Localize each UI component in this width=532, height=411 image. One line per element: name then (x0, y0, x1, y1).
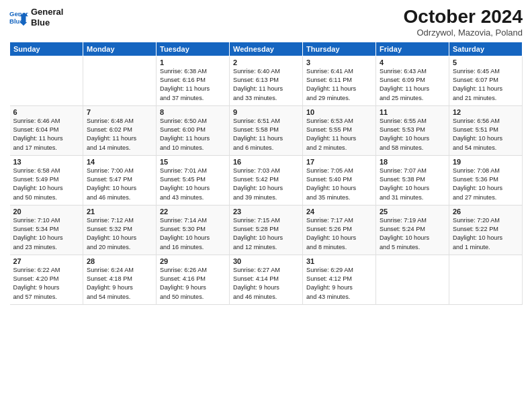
calendar-cell: 23Sunrise: 7:15 AM Sunset: 5:28 PM Dayli… (230, 205, 303, 255)
day-number: 10 (306, 108, 372, 116)
calendar-cell: 16Sunrise: 7:03 AM Sunset: 5:42 PM Dayli… (230, 155, 303, 205)
cell-info: Sunrise: 6:55 AM Sunset: 5:53 PM Dayligh… (380, 117, 445, 152)
day-number: 12 (453, 108, 519, 116)
week-row-5: 27Sunrise: 6:22 AM Sunset: 4:20 PM Dayli… (10, 255, 523, 304)
calendar-cell: 7Sunrise: 6:48 AM Sunset: 6:02 PM Daylig… (83, 105, 157, 155)
day-number: 7 (87, 108, 152, 116)
cell-info: Sunrise: 7:15 AM Sunset: 5:28 PM Dayligh… (233, 216, 299, 252)
calendar-cell: 28Sunrise: 6:24 AM Sunset: 4:18 PM Dayli… (83, 255, 157, 304)
cell-info: Sunrise: 6:48 AM Sunset: 6:02 PM Dayligh… (87, 117, 152, 152)
day-header-tuesday: Tuesday (157, 42, 230, 56)
calendar-cell: 5Sunrise: 6:45 AM Sunset: 6:07 PM Daylig… (449, 56, 523, 105)
calendar-cell: 20Sunrise: 7:10 AM Sunset: 5:34 PM Dayli… (10, 205, 83, 255)
calendar-cell: 25Sunrise: 7:19 AM Sunset: 5:24 PM Dayli… (376, 205, 449, 255)
day-number: 30 (233, 257, 299, 265)
day-number: 21 (87, 208, 152, 216)
cell-info: Sunrise: 6:29 AM Sunset: 4:12 PM Dayligh… (306, 266, 372, 302)
cell-info: Sunrise: 6:50 AM Sunset: 6:00 PM Dayligh… (160, 117, 226, 152)
calendar-cell: 2Sunrise: 6:40 AM Sunset: 6:13 PM Daylig… (230, 56, 303, 105)
calendar-cell: 11Sunrise: 6:55 AM Sunset: 5:53 PM Dayli… (376, 105, 449, 155)
cell-info: Sunrise: 7:08 AM Sunset: 5:36 PM Dayligh… (453, 167, 519, 202)
week-row-2: 6Sunrise: 6:46 AM Sunset: 6:04 PM Daylig… (10, 105, 523, 155)
cell-info: Sunrise: 6:51 AM Sunset: 5:58 PM Dayligh… (233, 117, 299, 152)
day-number: 29 (160, 257, 226, 265)
day-number: 20 (13, 208, 80, 216)
day-number: 28 (87, 257, 152, 265)
day-number: 15 (160, 158, 226, 166)
title-block: October 2024 Odrzywol, Mazovia, Poland (404, 7, 523, 38)
day-number: 1 (160, 58, 226, 66)
day-number: 18 (380, 158, 445, 166)
week-row-1: 1Sunrise: 6:38 AM Sunset: 6:16 PM Daylig… (10, 56, 523, 105)
cell-info: Sunrise: 6:46 AM Sunset: 6:04 PM Dayligh… (13, 117, 80, 152)
calendar-cell (376, 255, 449, 304)
calendar-cell (83, 56, 157, 105)
calendar-cell: 18Sunrise: 7:07 AM Sunset: 5:38 PM Dayli… (376, 155, 449, 205)
cell-info: Sunrise: 6:24 AM Sunset: 4:18 PM Dayligh… (87, 266, 152, 302)
day-number: 11 (380, 108, 445, 116)
calendar-cell: 12Sunrise: 6:56 AM Sunset: 5:51 PM Dayli… (449, 105, 523, 155)
cell-info: Sunrise: 7:14 AM Sunset: 5:30 PM Dayligh… (160, 216, 226, 252)
day-number: 3 (306, 58, 372, 66)
calendar-cell: 9Sunrise: 6:51 AM Sunset: 5:58 PM Daylig… (230, 105, 303, 155)
calendar-cell (449, 255, 523, 304)
day-number: 27 (13, 257, 80, 265)
calendar-cell: 13Sunrise: 6:58 AM Sunset: 5:49 PM Dayli… (10, 155, 83, 205)
day-number: 16 (233, 158, 299, 166)
week-row-3: 13Sunrise: 6:58 AM Sunset: 5:49 PM Dayli… (10, 155, 523, 205)
cell-info: Sunrise: 6:53 AM Sunset: 5:55 PM Dayligh… (306, 117, 372, 152)
cell-info: Sunrise: 7:01 AM Sunset: 5:45 PM Dayligh… (160, 167, 226, 202)
day-header-monday: Monday (83, 42, 157, 56)
calendar-cell: 15Sunrise: 7:01 AM Sunset: 5:45 PM Dayli… (157, 155, 230, 205)
day-header-saturday: Saturday (449, 42, 523, 56)
calendar-cell: 22Sunrise: 7:14 AM Sunset: 5:30 PM Dayli… (157, 205, 230, 255)
cell-info: Sunrise: 7:17 AM Sunset: 5:26 PM Dayligh… (306, 216, 372, 252)
calendar-cell: 24Sunrise: 7:17 AM Sunset: 5:26 PM Dayli… (303, 205, 376, 255)
day-number: 24 (306, 208, 372, 216)
calendar-cell: 29Sunrise: 6:26 AM Sunset: 4:16 PM Dayli… (157, 255, 230, 304)
calendar-cell: 14Sunrise: 7:00 AM Sunset: 5:47 PM Dayli… (83, 155, 157, 205)
day-number: 25 (380, 208, 445, 216)
day-number: 22 (160, 208, 226, 216)
day-number: 4 (380, 58, 445, 66)
cell-info: Sunrise: 6:56 AM Sunset: 5:51 PM Dayligh… (453, 117, 519, 152)
day-header-wednesday: Wednesday (230, 42, 303, 56)
cell-info: Sunrise: 6:40 AM Sunset: 6:13 PM Dayligh… (233, 67, 299, 103)
days-header-row: SundayMondayTuesdayWednesdayThursdayFrid… (10, 42, 523, 56)
week-row-4: 20Sunrise: 7:10 AM Sunset: 5:34 PM Dayli… (10, 205, 523, 255)
logo-text: General Blue (31, 7, 63, 28)
cell-info: Sunrise: 6:45 AM Sunset: 6:07 PM Dayligh… (453, 67, 519, 103)
cell-info: Sunrise: 6:58 AM Sunset: 5:49 PM Dayligh… (13, 167, 80, 202)
calendar-cell: 26Sunrise: 7:20 AM Sunset: 5:22 PM Dayli… (449, 205, 523, 255)
calendar-cell: 27Sunrise: 6:22 AM Sunset: 4:20 PM Dayli… (10, 255, 83, 304)
day-number: 5 (453, 58, 519, 66)
cell-info: Sunrise: 7:00 AM Sunset: 5:47 PM Dayligh… (87, 167, 152, 202)
calendar-cell (10, 56, 83, 105)
day-number: 14 (87, 158, 152, 166)
calendar-cell: 6Sunrise: 6:46 AM Sunset: 6:04 PM Daylig… (10, 105, 83, 155)
calendar-cell: 4Sunrise: 6:43 AM Sunset: 6:09 PM Daylig… (376, 56, 449, 105)
day-header-thursday: Thursday (303, 42, 376, 56)
day-number: 9 (233, 108, 299, 116)
logo: General Blue General Blue (9, 7, 63, 28)
calendar-cell: 17Sunrise: 7:05 AM Sunset: 5:40 PM Dayli… (303, 155, 376, 205)
cell-info: Sunrise: 7:19 AM Sunset: 5:24 PM Dayligh… (380, 216, 445, 252)
day-number: 13 (13, 158, 80, 166)
cell-info: Sunrise: 7:10 AM Sunset: 5:34 PM Dayligh… (13, 216, 80, 252)
day-number: 2 (233, 58, 299, 66)
page: General Blue General Blue October 2024 O… (0, 0, 532, 411)
day-number: 26 (453, 208, 519, 216)
month-title: October 2024 (404, 7, 523, 28)
header: General Blue General Blue October 2024 O… (9, 7, 523, 38)
location-subtitle: Odrzywol, Mazovia, Poland (404, 28, 523, 38)
cell-info: Sunrise: 7:03 AM Sunset: 5:42 PM Dayligh… (233, 167, 299, 202)
cell-info: Sunrise: 7:07 AM Sunset: 5:38 PM Dayligh… (380, 167, 445, 202)
cell-info: Sunrise: 7:20 AM Sunset: 5:22 PM Dayligh… (453, 216, 519, 252)
day-number: 23 (233, 208, 299, 216)
calendar-cell: 10Sunrise: 6:53 AM Sunset: 5:55 PM Dayli… (303, 105, 376, 155)
cell-info: Sunrise: 6:43 AM Sunset: 6:09 PM Dayligh… (380, 67, 445, 103)
cell-info: Sunrise: 6:27 AM Sunset: 4:14 PM Dayligh… (233, 266, 299, 302)
day-number: 17 (306, 158, 372, 166)
logo-icon: General Blue (9, 8, 28, 27)
day-number: 6 (13, 108, 80, 116)
